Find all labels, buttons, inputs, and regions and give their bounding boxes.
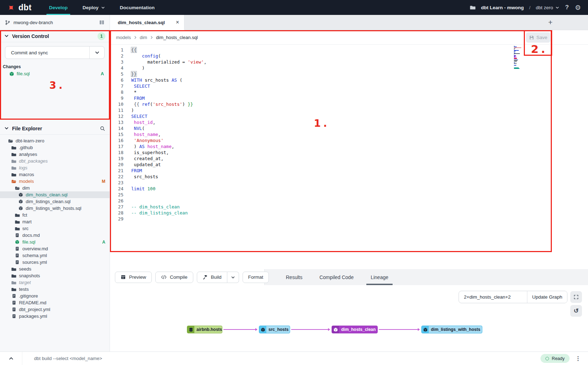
tree-item-dbt-learn-zero[interactable]: dbt-learn-zero — [0, 137, 110, 144]
code-line: materialized = 'view', — [131, 59, 206, 65]
file-explorer-title: File Explorer — [12, 126, 42, 131]
tree-item-label: dbt_project.yml — [19, 307, 50, 312]
tree-item-fct[interactable]: fct — [0, 212, 110, 218]
tree-item-dim-listings-with-hosts-sql[interactable]: dim_listings_with_hosts.sql — [0, 205, 110, 212]
breadcrumb-item[interactable]: models — [116, 35, 131, 40]
code-line — [131, 216, 206, 222]
new-tab-button[interactable]: + — [548, 18, 588, 27]
lineage-node-airbnb-hosts[interactable]: airbnb.hosts — [187, 326, 222, 333]
tree-item-logs[interactable]: logs — [0, 164, 110, 171]
tree-item-dim-hosts-clean-sql[interactable]: dim_hosts_clean.sql — [0, 191, 110, 198]
tree-item-file-sql[interactable]: file.sqlA — [0, 239, 110, 245]
save-button[interactable]: Save — [526, 32, 550, 43]
file-explorer-section: File Explorer dbt-learn-zero.githubanaly… — [0, 122, 110, 352]
tree-item-sources-yml[interactable]: sources.yml — [0, 259, 110, 266]
action-format-button[interactable]: Format — [243, 272, 269, 283]
tab-dim-hosts-clean[interactable]: dim_hosts_clean.sql × — [110, 15, 184, 30]
help-icon[interactable]: ? — [565, 4, 570, 11]
gear-icon[interactable]: ⚙ — [575, 4, 581, 12]
line-number: 9 — [110, 95, 123, 101]
model-icon — [15, 240, 20, 244]
commit-dropdown[interactable] — [89, 47, 104, 59]
tab-compiled-code[interactable]: Compiled Code — [320, 269, 354, 285]
code-line: SELECT — [131, 83, 206, 89]
nav-develop[interactable]: Develop — [41, 0, 75, 15]
commit-and-sync-button[interactable]: Commit and sync — [5, 46, 105, 59]
reset-view-button[interactable]: ↺ — [570, 305, 582, 317]
tree-item-docs-md[interactable]: docs.md — [0, 232, 110, 239]
tab-lineage[interactable]: Lineage — [371, 269, 388, 285]
tree-item-label: dim — [22, 185, 30, 191]
line-number: 2 — [110, 53, 123, 59]
tree-item-label: packages.yml — [19, 314, 47, 319]
tree-item-label: tests — [19, 287, 29, 292]
nav-documentation[interactable]: Documentation — [112, 0, 162, 15]
tab-results[interactable]: Results — [286, 269, 303, 285]
action-build-button[interactable]: Build — [197, 272, 227, 283]
tree-item-overview-md[interactable]: overview.md — [0, 245, 110, 252]
tree-item-models[interactable]: modelsM — [0, 178, 110, 185]
changed-file-row[interactable]: file.sql A — [0, 70, 110, 76]
doc-icon — [11, 314, 17, 318]
tree-item-dim[interactable]: dim — [0, 185, 110, 191]
tree-item-snapshots[interactable]: snapshots — [0, 272, 110, 279]
line-number: 11 — [110, 107, 123, 113]
editor-tab-strip: dim_hosts_clean.sql × + — [110, 15, 588, 30]
tree-item-label: mart — [22, 219, 32, 224]
fullscreen-button[interactable] — [570, 291, 582, 303]
lineage-filter-input[interactable] — [459, 291, 527, 303]
folder-icon — [11, 159, 17, 164]
tree-item-schema-yml[interactable]: schema.yml — [0, 252, 110, 259]
tree-item-analyses[interactable]: analyses — [0, 151, 110, 158]
nav-deploy[interactable]: Deploy — [75, 0, 112, 15]
tree-item-packages-yml[interactable]: packages.yml — [0, 313, 110, 320]
status-badge: A — [101, 71, 104, 76]
grid-icon — [121, 274, 126, 280]
line-number: 22 — [110, 174, 123, 180]
action-build-dropdown[interactable] — [227, 272, 239, 283]
tree-item--gitignore[interactable]: .gitignore — [0, 293, 110, 299]
file-explorer-header[interactable]: File Explorer — [0, 122, 110, 135]
tree-item-dim-listings-clean-sql[interactable]: dim_listings_clean.sql — [0, 198, 110, 205]
tree-item-src[interactable]: src — [0, 225, 110, 232]
tree-item-macros[interactable]: macros — [0, 171, 110, 178]
book-icon[interactable] — [99, 20, 105, 25]
close-icon[interactable]: × — [176, 19, 179, 26]
breadcrumb-item[interactable]: dim — [140, 35, 147, 40]
kebab-menu-icon[interactable]: ⋮ — [570, 355, 588, 362]
search-icon[interactable] — [100, 126, 105, 131]
breadcrumb-item[interactable]: dim_hosts_clean.sql — [156, 35, 198, 40]
action-preview-button[interactable]: Preview — [115, 272, 152, 283]
tree-item-dbt-packages[interactable]: dbt_packages — [0, 158, 110, 164]
version-control-header[interactable]: Version Control 1 — [0, 30, 110, 42]
doc-icon — [15, 260, 20, 265]
lineage-node-src-hosts[interactable]: src_hosts — [259, 326, 290, 333]
code-line — [131, 180, 206, 186]
lineage-node-dim-listings-with-hosts[interactable]: dim_listings_with_hosts — [421, 326, 482, 333]
tree-item-target[interactable]: target — [0, 279, 110, 286]
tree-item-tests[interactable]: tests — [0, 286, 110, 293]
tree-item-mart[interactable]: mart — [0, 218, 110, 225]
file-tree: dbt-learn-zero.githubanalysesdbt_package… — [0, 135, 110, 320]
update-graph-button[interactable]: Update Graph — [527, 291, 567, 303]
command-input[interactable]: dbt build --select <model_name> — [22, 352, 540, 365]
tree-item--github[interactable]: .github — [0, 144, 110, 151]
tree-item-seeds[interactable]: seeds — [0, 266, 110, 272]
line-number: 26 — [110, 198, 123, 204]
line-number: 13 — [110, 119, 123, 125]
tree-item-readme-md[interactable]: README.md — [0, 299, 110, 306]
project-name[interactable]: dbt Learn - mwong — [481, 5, 524, 10]
action-compile-button[interactable]: Compile — [155, 272, 193, 283]
code-line: FROM — [131, 168, 206, 174]
branch-name[interactable]: mwong-dev-branch — [13, 20, 53, 25]
code-area[interactable]: 1234567891011121314151617181920212223242… — [110, 45, 588, 269]
chevron-up-icon[interactable] — [0, 356, 22, 361]
tree-item-dbt-project-yml[interactable]: dbt_project.yml — [0, 306, 110, 313]
environment-selector[interactable]: dbt zero — [536, 5, 559, 10]
minimap-line — [514, 58, 517, 59]
status-badge: A — [102, 240, 105, 245]
lineage-node-dim-hosts-clean[interactable]: dim_hosts_clean — [332, 326, 378, 333]
dbt-logo[interactable]: dbt — [0, 3, 41, 12]
minimap[interactable] — [514, 46, 523, 70]
line-number: 29 — [110, 216, 123, 222]
